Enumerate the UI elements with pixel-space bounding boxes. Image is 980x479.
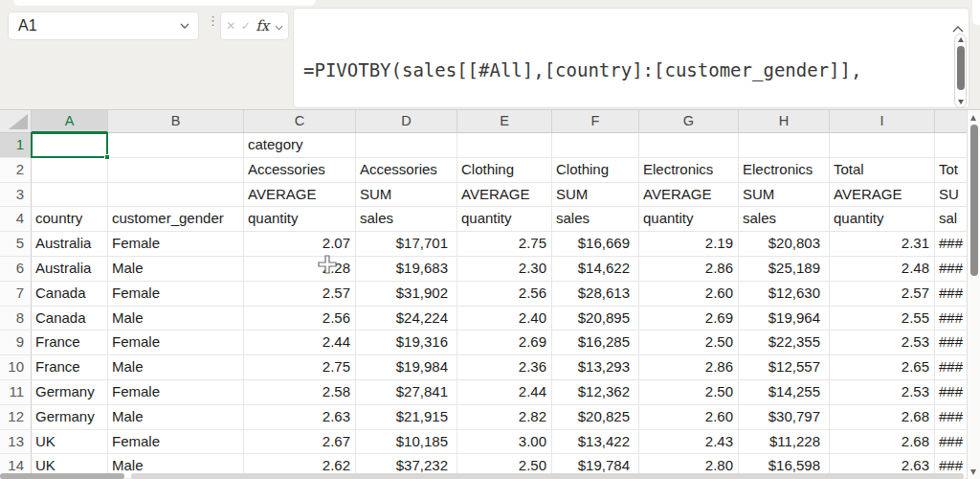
cell-D13[interactable]: $10,185 (356, 430, 457, 455)
horizontal-scrollbar-track[interactable] (131, 473, 964, 479)
cell-E10[interactable]: 2.36 (457, 355, 552, 380)
cell-F9[interactable]: $16,285 (552, 331, 639, 355)
cell-E1[interactable] (457, 133, 552, 158)
cell-B5[interactable]: Female (108, 232, 244, 257)
cell-E4[interactable]: quantity (457, 207, 552, 232)
row-header-11[interactable]: 11 (0, 380, 32, 405)
cell-A1[interactable] (32, 133, 108, 158)
cell-A13[interactable]: UK (32, 430, 108, 455)
formula-input[interactable]: =PIVOTBY(sales[[#All],[country]:[custome… (293, 8, 969, 108)
cell-C3[interactable]: AVERAGE (244, 183, 356, 208)
cell-I4[interactable]: quantity (830, 207, 935, 232)
row-header-8[interactable]: 8 (0, 307, 32, 331)
column-header-G[interactable]: G (639, 110, 739, 133)
cancel-icon[interactable]: ✕ (226, 20, 235, 32)
cell-A10[interactable]: France (32, 355, 108, 380)
function-dropdown-icon[interactable] (275, 17, 283, 34)
column-header-H[interactable]: H (739, 110, 830, 133)
cell-D3[interactable]: SUM (356, 183, 457, 208)
cell-C2[interactable]: Accessories (244, 158, 356, 183)
cell-F7[interactable]: $28,613 (552, 282, 639, 307)
cell-G8[interactable]: 2.69 (639, 307, 739, 331)
cell-G10[interactable]: 2.86 (639, 355, 739, 380)
cell-B13[interactable]: Female (108, 430, 244, 455)
cell-A11[interactable]: Germany (32, 380, 108, 405)
row-header-5[interactable]: 5 (0, 232, 32, 257)
cell-A9[interactable]: France (32, 331, 108, 355)
column-header-A[interactable]: A (32, 110, 108, 133)
cell-F1[interactable] (552, 133, 639, 158)
cell-D8[interactable]: $24,224 (356, 307, 457, 331)
cell-B11[interactable]: Female (108, 380, 244, 405)
cell-D6[interactable]: $19,683 (356, 257, 457, 282)
name-box-value[interactable]: A1 (9, 17, 180, 34)
cell-H12[interactable]: $30,797 (739, 405, 830, 430)
cell-F8[interactable]: $20,895 (552, 307, 639, 331)
cell-D5[interactable]: $17,701 (356, 232, 457, 257)
row-header-3[interactable]: 3 (0, 183, 32, 208)
cell-I10[interactable]: 2.65 (830, 355, 935, 380)
insert-function-icon[interactable]: fx (256, 17, 269, 34)
cell-A8[interactable]: Canada (32, 307, 108, 331)
scroll-up-icon[interactable] (970, 115, 976, 121)
cell-I7[interactable]: 2.57 (830, 282, 935, 307)
cell-F10[interactable]: $13,293 (552, 355, 639, 380)
cell-D10[interactable]: $19,984 (356, 355, 457, 380)
cell-A2[interactable] (32, 158, 108, 183)
horizontal-scrollbar-thumb[interactable] (0, 473, 124, 479)
cell-G12[interactable]: 2.60 (639, 405, 739, 430)
cell-H5[interactable]: $20,803 (739, 232, 830, 257)
cell-B12[interactable]: Male (108, 405, 244, 430)
cell-H6[interactable]: $25,189 (739, 257, 830, 282)
cell-H4[interactable]: sales (739, 207, 830, 232)
cell-H2[interactable]: Electronics (739, 158, 830, 183)
row-header-2[interactable]: 2 (0, 158, 32, 183)
cell-D9[interactable]: $19,316 (356, 331, 457, 355)
cell-C4[interactable]: quantity (244, 207, 356, 232)
cell-A4[interactable]: country (32, 207, 108, 232)
cell-I12[interactable]: 2.68 (830, 405, 935, 430)
column-header-I[interactable]: I (830, 110, 935, 133)
row-header-6[interactable]: 6 (0, 257, 32, 282)
cell-D1[interactable] (356, 133, 457, 158)
cell-G3[interactable]: AVERAGE (639, 183, 739, 208)
cell-B7[interactable]: Female (108, 282, 244, 307)
column-header-C[interactable]: C (244, 110, 356, 133)
cell-D11[interactable]: $27,841 (356, 380, 457, 405)
row-header-4[interactable]: 4 (0, 207, 32, 232)
cell-C12[interactable]: 2.63 (244, 405, 356, 430)
row-header-7[interactable]: 7 (0, 282, 32, 307)
column-header-E[interactable]: E (457, 110, 552, 133)
cell-C11[interactable]: 2.58 (244, 380, 356, 405)
cell-G2[interactable]: Electronics (639, 158, 739, 183)
cell-H11[interactable]: $14,255 (739, 380, 830, 405)
cell-G9[interactable]: 2.50 (639, 331, 739, 355)
cell-A5[interactable]: Australia (32, 232, 108, 257)
cell-C5[interactable]: 2.07 (244, 232, 356, 257)
cell-I9[interactable]: 2.53 (830, 331, 935, 355)
row-header-13[interactable]: 13 (0, 430, 32, 455)
cell-B6[interactable]: Male (108, 257, 244, 282)
scroll-down-icon[interactable] (958, 100, 964, 104)
cell-F12[interactable]: $20,825 (552, 405, 639, 430)
cell-F6[interactable]: $14,622 (552, 257, 639, 282)
cell-E5[interactable]: 2.75 (457, 232, 552, 257)
cell-E9[interactable]: 2.69 (457, 331, 552, 355)
cell-G1[interactable] (639, 133, 739, 158)
cell-E8[interactable]: 2.40 (457, 307, 552, 331)
cell-B9[interactable]: Female (108, 331, 244, 355)
scroll-down-icon[interactable] (970, 469, 976, 475)
cell-I3[interactable]: AVERAGE (830, 183, 935, 208)
cell-I13[interactable]: 2.68 (830, 430, 935, 455)
cell-H3[interactable]: SUM (739, 183, 830, 208)
cell-I5[interactable]: 2.31 (830, 232, 935, 257)
cell-H10[interactable]: $12,557 (739, 355, 830, 380)
cell-I1[interactable] (830, 133, 935, 158)
column-header-D[interactable]: D (356, 110, 457, 133)
cell-H9[interactable]: $22,355 (739, 331, 830, 355)
cell-B2[interactable] (108, 158, 244, 183)
name-box-dropdown-icon[interactable] (180, 23, 189, 29)
cell-H8[interactable]: $19,964 (739, 307, 830, 331)
cell-F11[interactable]: $12,362 (552, 380, 639, 405)
fill-handle[interactable] (104, 154, 110, 160)
